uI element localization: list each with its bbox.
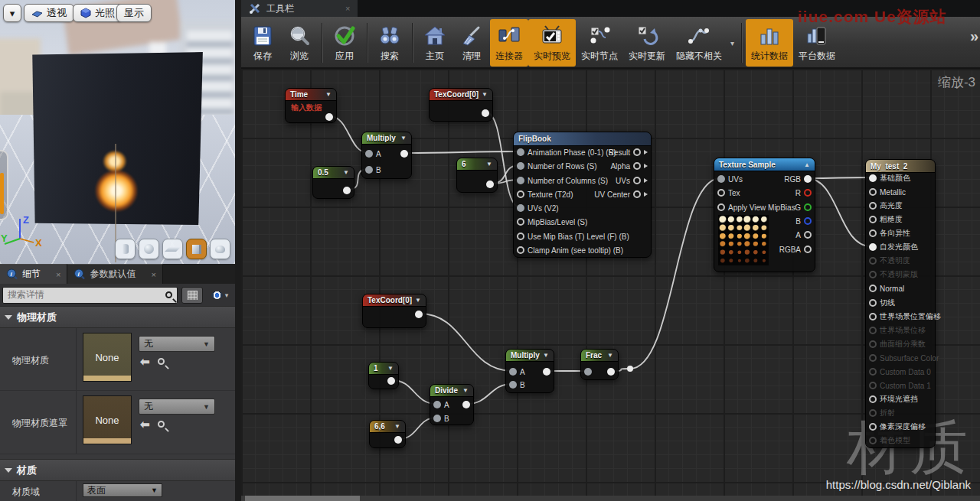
pin-a[interactable]: A: [365, 148, 381, 159]
shape-plane-button[interactable]: [162, 239, 183, 259]
preview-viewport[interactable]: ▾ 透视 光照 显示 Z Y X: [0, 0, 235, 264]
toolbar-live-update-button[interactable]: 实时更新: [623, 19, 671, 67]
pin-曲面细分乘数[interactable]: 曲面细分乘数: [869, 339, 926, 350]
node-header[interactable]: FlipBook: [514, 132, 651, 146]
pin-uvs-v2-[interactable]: UVs (V2): [517, 203, 559, 213]
pin-icon[interactable]: [517, 148, 524, 156]
node-header[interactable]: Time▼: [286, 89, 336, 101]
toolbar-hide-unrelated-button[interactable]: 隐藏不相关: [671, 19, 727, 67]
toolbar-connector-button[interactable]: 连接器: [490, 19, 528, 67]
node-my-test-2[interactable]: My_test_2基础颜色Metallic高光度粗糙度各向异性自发光颜色不透明度…: [865, 159, 936, 448]
pin-icon[interactable]: [387, 377, 395, 385]
node-frac[interactable]: Frac▼: [580, 349, 619, 380]
pin-高光度[interactable]: 高光度: [869, 200, 903, 211]
pin-icon[interactable]: [869, 340, 877, 348]
chevron-down-icon[interactable]: ▼: [462, 387, 469, 394]
pin-b[interactable]: B: [433, 413, 449, 424]
pin-out[interactable]: [400, 148, 408, 159]
pin-b[interactable]: B: [795, 216, 812, 226]
tab-parameter-defaults[interactable]: i 参数默认值 ×: [67, 264, 162, 284]
pin-icon[interactable]: [633, 162, 641, 170]
pin-a[interactable]: A: [795, 229, 812, 240]
toolbar-live-preview-button[interactable]: 实时预览: [528, 19, 576, 67]
node-multiply-top[interactable]: Multiply▼AB: [361, 132, 412, 179]
chevron-down-icon[interactable]: ▼: [343, 169, 349, 176]
browse-asset-icon[interactable]: [158, 421, 165, 428]
pin-alpha[interactable]: Alpha: [610, 161, 648, 171]
pin-out[interactable]: [607, 366, 615, 377]
pin-icon[interactable]: [365, 150, 373, 158]
pin-icon[interactable]: [869, 202, 877, 210]
pin-icon[interactable]: [633, 177, 641, 184]
pin-g[interactable]: G: [795, 202, 812, 213]
pin-icon[interactable]: [869, 216, 877, 223]
pin-icon[interactable]: [482, 109, 489, 117]
node-header[interactable]: Multiply▼: [506, 350, 554, 362]
pin-icon[interactable]: [717, 189, 725, 197]
pin-icon[interactable]: [486, 181, 494, 188]
pin-a[interactable]: A: [509, 366, 525, 377]
pin-折射[interactable]: 折射: [869, 408, 895, 418]
pin-uvs[interactable]: UVs: [717, 174, 743, 184]
node-const-1[interactable]: 1▼: [368, 362, 399, 389]
toolbar-clean-button[interactable]: 清理: [453, 19, 490, 67]
panel-divider[interactable]: [235, 0, 241, 501]
pin-icon[interactable]: [462, 401, 470, 408]
node-header[interactable]: 1▼: [369, 363, 398, 375]
pin-out[interactable]: [482, 108, 489, 119]
pin-icon[interactable]: [517, 162, 524, 170]
pin-切线[interactable]: 切线: [869, 298, 895, 308]
pin-result[interactable]: Result: [609, 147, 648, 158]
pin-uvs[interactable]: UVs: [616, 175, 648, 186]
node-header[interactable]: Frac▼: [581, 350, 618, 362]
pin-custom-data-1[interactable]: Custom Data 1: [869, 380, 931, 391]
node-header[interactable]: Texture Sample▲: [714, 158, 815, 171]
pin-out[interactable]: [343, 185, 351, 196]
pin-icon[interactable]: [869, 285, 877, 292]
material-node-graph[interactable]: 缩放-3 材质 https://blog.csdn.net/Qiblank Ti…: [241, 69, 980, 496]
tab-details[interactable]: i 细节 ×: [0, 264, 67, 284]
show-button[interactable]: 显示: [116, 4, 152, 22]
node-divide[interactable]: Divide▼AB: [430, 384, 474, 425]
shape-cylinder-button[interactable]: [115, 239, 136, 259]
pin-icon[interactable]: [869, 271, 877, 278]
pin-icon[interactable]: [517, 233, 524, 240]
chevron-down-icon[interactable]: ▼: [486, 161, 492, 168]
tab-toolbar[interactable]: 工具栏 ×: [241, 0, 358, 17]
pin-各向异性[interactable]: 各向异性: [869, 228, 910, 239]
pin-out[interactable]: [387, 376, 395, 386]
shape-sphere-button[interactable]: [139, 239, 159, 259]
toolbar-save-button[interactable]: 保存: [244, 19, 281, 67]
pin-animation-phase-0-1-s-[interactable]: Animation Phase (0-1) (S): [517, 147, 616, 158]
pin-icon[interactable]: [517, 246, 524, 254]
pin-uv-center[interactable]: UV Center: [594, 189, 648, 200]
pin-texture-t2d-[interactable]: Texture (T2d): [517, 189, 573, 200]
pin-out[interactable]: [394, 434, 402, 445]
toolbar-home-button[interactable]: 主页: [416, 19, 453, 67]
lit-mode-button[interactable]: 光照: [73, 4, 122, 22]
pin-世界场景位移[interactable]: 世界场景位移: [869, 325, 926, 336]
pin-mipbias-level-s-[interactable]: MipBias/Level (S): [517, 216, 587, 227]
pin-out[interactable]: [543, 366, 550, 377]
pin-subsurface-color[interactable]: Subsurface Color: [869, 353, 939, 363]
pin-icon[interactable]: [517, 177, 524, 184]
close-icon[interactable]: ×: [151, 270, 155, 279]
pin-不透明蒙版[interactable]: 不透明蒙版: [869, 269, 918, 280]
pin-icon[interactable]: [869, 368, 877, 376]
search-details-input[interactable]: 搜索详情: [2, 287, 178, 304]
reroute-node[interactable]: [627, 366, 633, 372]
scrollbar-thumb[interactable]: [245, 496, 360, 501]
pin-icon[interactable]: [415, 311, 423, 318]
pin-b[interactable]: B: [509, 379, 525, 390]
pin-use-mip-bias-t-level-f-b-[interactable]: Use Mip Bias (T) Level (F) (B): [517, 231, 629, 242]
toolbar-overflow-chevron[interactable]: »: [970, 28, 978, 45]
close-icon[interactable]: ×: [345, 4, 350, 13]
pin-icon[interactable]: [343, 187, 351, 194]
chevron-down-icon[interactable]: ▼: [543, 352, 549, 359]
pin-icon[interactable]: [869, 354, 877, 362]
pin-icon[interactable]: [869, 437, 877, 444]
pin-icon[interactable]: [584, 368, 592, 376]
pin-icon[interactable]: [509, 381, 517, 389]
pin-icon[interactable]: [869, 299, 877, 307]
pin-icon[interactable]: [804, 246, 812, 253]
